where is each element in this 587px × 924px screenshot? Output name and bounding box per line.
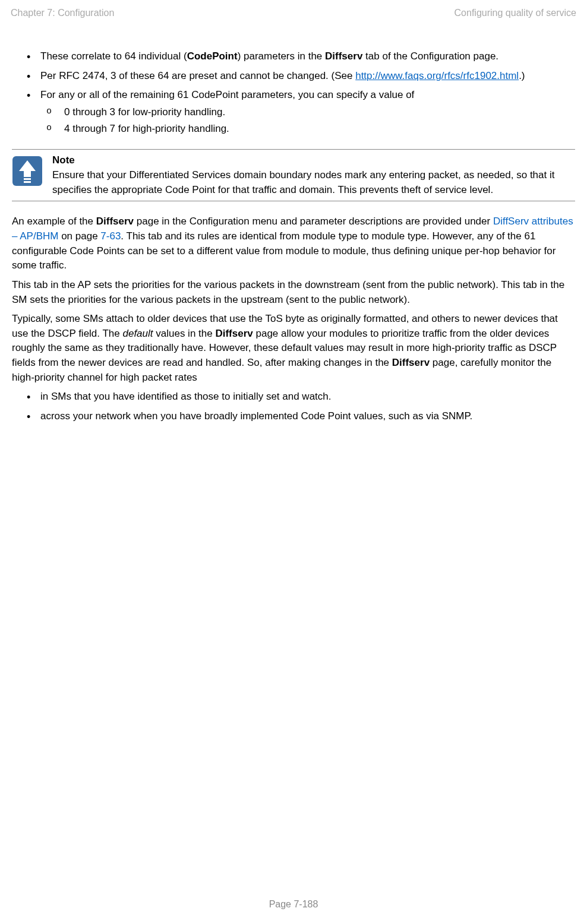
svg-rect-2	[24, 178, 31, 180]
list-item: across your network when you have broadl…	[29, 409, 575, 424]
page-content: These correlate to 64 individual (CodePo…	[11, 49, 576, 423]
list-item: in SMs that you have identified as those…	[29, 390, 575, 404]
list-item: Per RFC 2474, 3 of these 64 are preset a…	[29, 69, 575, 84]
note-body: Ensure that your Differentiated Services…	[52, 168, 572, 197]
bullet-list-2: in SMs that you have identified as those…	[12, 390, 575, 423]
paragraph: This tab in the AP sets the priorities f…	[12, 278, 575, 307]
cross-reference-page[interactable]: 7-63	[100, 230, 121, 242]
sub-list: 0 through 3 for low-priority handling. 4…	[40, 105, 575, 136]
page-header: Chapter 7: Configuration Configuring qua…	[11, 6, 576, 20]
header-section: Configuring quality of service	[455, 6, 576, 20]
list-item: These correlate to 64 individual (CodePo…	[29, 49, 575, 64]
rfc-link[interactable]: http://www.faqs.org/rfcs/rfc1902.html	[355, 70, 519, 81]
sub-list-item: 0 through 3 for low-priority handling.	[45, 105, 575, 120]
paragraph: Typically, some SMs attach to older devi…	[12, 312, 575, 385]
note-icon	[12, 156, 43, 186]
bullet-list-1: These correlate to 64 individual (CodePo…	[12, 49, 575, 136]
list-item: For any or all of the remaining 61 CodeP…	[29, 88, 575, 136]
paragraph: An example of the Diffserv page in the C…	[12, 214, 575, 273]
svg-rect-3	[24, 181, 31, 183]
note-text: Note Ensure that your Differentiated Ser…	[52, 153, 575, 197]
note-title: Note	[52, 153, 572, 168]
note-callout: Note Ensure that your Differentiated Ser…	[12, 149, 575, 201]
sub-list-item: 4 through 7 for high-priority handling.	[45, 122, 575, 137]
page-footer: Page 7-188	[0, 897, 587, 911]
header-chapter: Chapter 7: Configuration	[11, 6, 114, 20]
